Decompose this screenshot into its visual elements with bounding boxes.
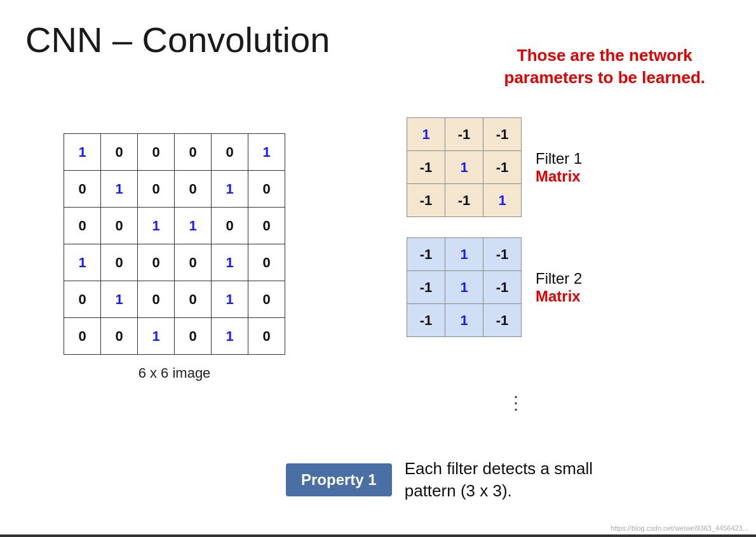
image-cell: 0: [175, 244, 212, 281]
property-section: Property 1 Each filter detects a small p…: [286, 458, 593, 502]
image-cell: 1: [64, 134, 101, 171]
image-cell: 1: [138, 208, 175, 244]
filter2-matrix: -11-1-11-1-11-1: [407, 237, 522, 337]
image-cell: 0: [138, 244, 175, 281]
image-cell: 0: [101, 318, 138, 355]
filter2-name: Filter 2: [536, 270, 582, 288]
image-cell: 0: [64, 318, 101, 355]
filter1-cell: -1: [445, 184, 483, 217]
image-cell: 0: [64, 171, 101, 208]
image-matrix: 100001010010001100100010010010001010: [64, 133, 285, 355]
filters-section: 1-1-1-11-1-1-11 Filter 1 Matrix -11-1-11…: [407, 117, 582, 357]
image-cell: 0: [101, 244, 138, 281]
image-cell: 1: [212, 318, 248, 355]
filter2-cell: -1: [483, 304, 522, 337]
filter2-cell: -1: [483, 271, 522, 304]
property-badge: Property 1: [286, 463, 392, 496]
dots-section: ⋮: [507, 392, 526, 413]
image-cell: 1: [138, 318, 175, 355]
image-cell: 1: [64, 244, 101, 281]
image-label: 6 x 6 image: [64, 365, 285, 381]
filter2-cell: -1: [407, 304, 445, 337]
filter1-cell: -1: [445, 118, 483, 151]
filter2-cell: 1: [445, 271, 483, 304]
filter2-matrix-label: Matrix: [536, 288, 582, 305]
filter1-name: Filter 1: [536, 150, 582, 168]
image-cell: 0: [175, 171, 212, 208]
filter2-cell: -1: [407, 271, 445, 304]
image-cell: 0: [248, 318, 285, 355]
filter1-matrix: 1-1-1-11-1-1-11: [407, 117, 522, 217]
image-cell: 0: [175, 281, 212, 318]
image-cell: 0: [138, 281, 175, 318]
filter1-cell: 1: [483, 184, 522, 217]
slide-border: [0, 534, 756, 537]
filter1-cell: 1: [407, 118, 445, 151]
image-cell: 0: [64, 208, 101, 244]
image-cell: 1: [212, 171, 248, 208]
filter2-cell: 1: [445, 238, 483, 271]
image-cell: 0: [248, 208, 285, 244]
image-cell: 0: [175, 134, 212, 171]
filter1-label: Filter 1 Matrix: [536, 150, 582, 185]
filter1-block: 1-1-1-11-1-1-11 Filter 1 Matrix: [407, 117, 582, 217]
image-cell: 1: [212, 244, 248, 281]
filter2-cell: 1: [445, 304, 483, 337]
image-cell: 0: [212, 208, 248, 244]
image-cell: 0: [248, 244, 285, 281]
image-cell: 0: [248, 171, 285, 208]
filter1-cell: -1: [407, 151, 445, 184]
image-cell: 1: [212, 281, 248, 318]
image-cell: 1: [101, 281, 138, 318]
filter2-cell: -1: [407, 238, 445, 271]
filter2-block: -11-1-11-1-11-1 Filter 2 Matrix: [407, 237, 582, 337]
image-cell: 0: [64, 281, 101, 318]
filter1-cell: -1: [483, 118, 522, 151]
image-cell: 0: [138, 134, 175, 171]
filter1-matrix-label: Matrix: [536, 168, 582, 185]
image-cell: 0: [175, 318, 212, 355]
watermark: https://blog.csdn.net/weiwei9363_4456423…: [611, 524, 748, 532]
property-text: Each filter detects a small pattern (3 x…: [405, 458, 593, 502]
image-cell: 1: [248, 134, 285, 171]
image-cell: 0: [138, 171, 175, 208]
image-cell: 0: [101, 208, 138, 244]
filter2-cell: -1: [483, 238, 522, 271]
slide: CNN – Convolution Those are the network …: [0, 0, 756, 537]
filter1-cell: -1: [483, 151, 522, 184]
network-params-text: Those are the network parameters to be l…: [504, 44, 705, 89]
filter1-cell: 1: [445, 151, 483, 184]
image-cell: 1: [175, 208, 212, 244]
filter2-label: Filter 2 Matrix: [536, 270, 582, 305]
image-cell: 0: [248, 281, 285, 318]
image-cell: 0: [101, 134, 138, 171]
image-section: 100001010010001100100010010010001010 6 x…: [64, 133, 285, 381]
filter1-cell: -1: [407, 184, 445, 217]
image-cell: 1: [101, 171, 138, 208]
image-cell: 0: [212, 134, 248, 171]
